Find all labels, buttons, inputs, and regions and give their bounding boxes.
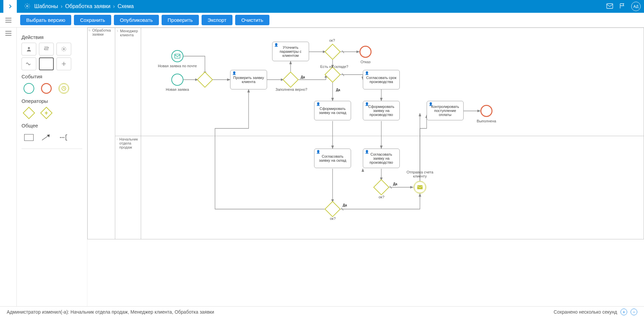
lane-1-name: Менеджер клиента (120, 29, 139, 37)
message-event-invoice[interactable] (414, 181, 426, 194)
menu-toggle-2[interactable] (5, 31, 11, 37)
task-control-payment[interactable]: 👤 Контролировать поступление оплаты (427, 101, 464, 120)
publish-button[interactable]: Опубликовать (114, 15, 159, 25)
svg-point-2 (28, 47, 30, 49)
rejected-label: Отказ (345, 60, 386, 64)
task-form-production[interactable]: 👤 Сформировать заявку на производство (363, 101, 400, 120)
palette-user-task[interactable] (22, 43, 36, 55)
task-agree-term[interactable]: 👤 Согласовать срок производства (363, 70, 400, 89)
lane-2-header[interactable]: Начальник отдела продаж (115, 136, 141, 239)
task-clarify-label: Уточнить параметры с клиентом (275, 45, 306, 57)
left-rail (0, 28, 17, 306)
svg-point-7 (63, 137, 65, 138)
palette-script-task[interactable] (39, 43, 54, 55)
svg-point-3 (63, 48, 65, 50)
user-task-icon: 👤 (274, 43, 278, 47)
task-control-payment-label: Контролировать поступление оплаты (430, 105, 461, 117)
task-form-warehouse-label: Сформировать заявку на склад (317, 107, 348, 115)
status-bar: Администратор изменил(-а): Начальник отд… (0, 306, 644, 317)
check-button[interactable]: Проверить (162, 15, 199, 25)
task-form-production-label: Сформировать заявку на производство (366, 105, 397, 117)
zoom-in-button[interactable]: + (620, 309, 627, 315)
task-form-warehouse[interactable]: 👤 Сформировать заявку на склад (314, 101, 351, 120)
svg-point-5 (60, 137, 61, 138)
task-check-request[interactable]: 👤 Проверить заявку клиента (230, 70, 267, 89)
user-task-icon: 👤 (365, 71, 369, 75)
palette-gateway[interactable] (22, 107, 36, 119)
pool-name: Обработка заявки (92, 28, 115, 36)
svg-point-9 (117, 31, 118, 31)
palette-plus-task[interactable] (56, 57, 71, 70)
start-mail-label: Новая заявка по почте (157, 64, 198, 68)
breadcrumb: Шаблоны › Обработка заявки › Схема (34, 3, 134, 9)
export-button[interactable]: Экспорт (202, 15, 232, 25)
gateway-ok-3-label: ок? (379, 195, 384, 199)
palette: Действия События Операторы + (17, 28, 87, 306)
breadcrumb-process[interactable]: Обработка заявки (65, 3, 110, 9)
label-yes-2: Да (336, 88, 340, 92)
task-check-request-label: Проверить заявку клиента (233, 76, 264, 84)
task-approve-production[interactable]: 👤 Согласовать заявку на производство (363, 149, 400, 168)
user-task-icon: 👤 (429, 102, 433, 106)
lane-1-header[interactable]: Менеджер клиента (115, 28, 141, 136)
palette-end-event[interactable] (39, 82, 54, 95)
gateway-ok-1-label: ок? (329, 38, 335, 42)
start-label: Новая заявка (157, 87, 198, 91)
palette-actions-title: Действия (22, 34, 82, 40)
saved-text: Сохранено несколько секунд (554, 309, 617, 315)
user-task-icon: 👤 (365, 150, 369, 154)
canvas[interactable]: Обработка заявки Менеджер клиента Началь… (87, 28, 644, 306)
user-task-icon: 👤 (232, 71, 236, 75)
task-clarify[interactable]: 👤 Уточнить параметры с клиентом (272, 42, 309, 61)
label-yes-1: Да (301, 75, 305, 79)
svg-point-6 (62, 137, 63, 138)
palette-subprocess[interactable] (39, 57, 54, 70)
pool-header[interactable]: Обработка заявки (88, 28, 114, 36)
svg-point-10 (117, 139, 117, 139)
start-event-mail[interactable] (171, 50, 183, 62)
lane-2-name: Начальник отдела продаж (119, 137, 139, 149)
invoice-label: Отправка счета клиенту (400, 170, 440, 178)
end-event-rejected[interactable] (359, 46, 372, 58)
label-yes-3: Да (393, 182, 397, 186)
task-approve-production-label: Согласовать заявку на производство (366, 152, 397, 164)
user-avatar[interactable]: АД (631, 2, 641, 11)
start-event[interactable] (171, 74, 183, 86)
svg-point-8 (89, 30, 90, 31)
svg-point-0 (27, 5, 28, 7)
flag-icon[interactable] (619, 3, 625, 10)
palette-timer-event[interactable] (56, 82, 71, 95)
svg-rect-11 (175, 54, 180, 58)
palette-start-event[interactable] (22, 82, 36, 95)
status-text: Администратор изменил(-а): Начальник отд… (7, 309, 214, 315)
palette-common-title: Общее (22, 123, 82, 128)
palette-service-task[interactable] (56, 43, 71, 55)
task-approve-warehouse[interactable]: 👤 Согласовать заявку на склад (314, 149, 351, 168)
palette-connector[interactable] (39, 131, 54, 144)
task-approve-warehouse-label: Согласовать заявку на склад (317, 154, 348, 162)
menu-toggle-1[interactable] (0, 18, 17, 23)
palette-annotation[interactable] (56, 131, 71, 144)
palette-wave-task[interactable] (22, 57, 36, 70)
palette-pool[interactable] (22, 131, 36, 144)
palette-operators-title: Операторы (22, 98, 82, 104)
palette-gateway-plus[interactable]: + (39, 107, 54, 119)
breadcrumb-templates[interactable]: Шаблоны (34, 3, 58, 9)
save-button[interactable]: Сохранить (74, 15, 111, 25)
expand-sidebar-button[interactable] (3, 0, 17, 13)
end-event-done[interactable] (480, 105, 492, 117)
gateway-filled-label: Заполнена верно? (275, 87, 307, 91)
toolbar-row: Выбрать версию Сохранить Опубликовать Пр… (0, 13, 644, 28)
zoom-out-button[interactable]: − (631, 309, 637, 315)
settings-icon[interactable] (24, 3, 30, 10)
mail-icon[interactable] (606, 3, 613, 10)
user-task-icon: 👤 (316, 102, 320, 106)
user-task-icon: 👤 (365, 102, 369, 106)
label-yes-4: Да (343, 203, 347, 207)
breadcrumb-schema[interactable]: Схема (118, 3, 134, 9)
clear-button[interactable]: Очистить (235, 15, 269, 25)
gateway-ok-2-label: ок? (330, 216, 336, 221)
task-agree-term-label: Согласовать срок производства (366, 76, 397, 84)
svg-rect-1 (607, 4, 613, 8)
select-version-button[interactable]: Выбрать версию (20, 15, 71, 25)
